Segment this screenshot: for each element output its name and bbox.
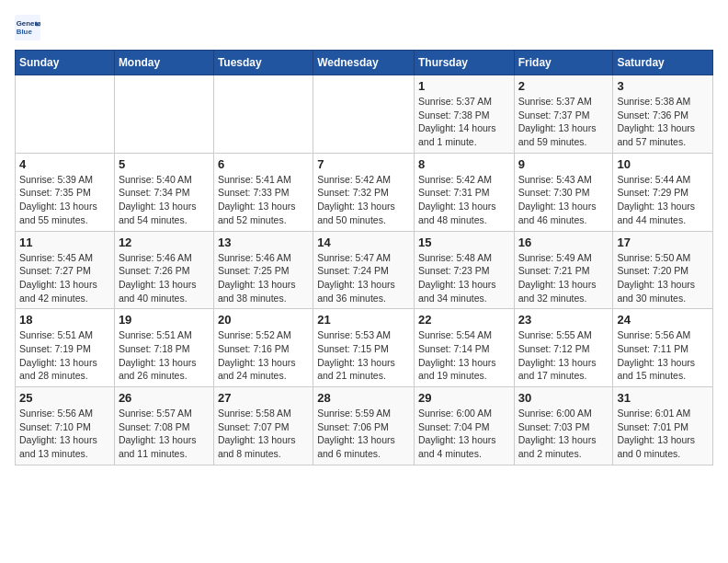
day-info: Sunrise: 5:52 AM Sunset: 7:16 PM Dayligh… bbox=[218, 328, 309, 383]
calendar-cell: 30Sunrise: 6:00 AM Sunset: 7:03 PM Dayli… bbox=[514, 387, 613, 465]
day-info: Sunrise: 5:43 AM Sunset: 7:30 PM Dayligh… bbox=[518, 173, 609, 227]
calendar-cell: 13Sunrise: 5:46 AM Sunset: 7:25 PM Dayli… bbox=[213, 231, 313, 309]
calendar-cell: 11Sunrise: 5:45 AM Sunset: 7:27 PM Dayli… bbox=[16, 231, 115, 309]
calendar-cell: 10Sunrise: 5:44 AM Sunset: 7:29 PM Dayli… bbox=[613, 153, 713, 231]
calendar-cell: 2Sunrise: 5:37 AM Sunset: 7:37 PM Daylig… bbox=[514, 75, 613, 154]
calendar-cell: 15Sunrise: 5:48 AM Sunset: 7:23 PM Dayli… bbox=[414, 231, 514, 309]
day-number: 3 bbox=[617, 79, 709, 93]
day-info: Sunrise: 5:56 AM Sunset: 7:10 PM Dayligh… bbox=[19, 407, 110, 461]
calendar-cell: 18Sunrise: 5:51 AM Sunset: 7:19 PM Dayli… bbox=[16, 309, 115, 387]
day-number: 14 bbox=[317, 236, 410, 249]
day-info: Sunrise: 5:42 AM Sunset: 7:32 PM Dayligh… bbox=[317, 173, 410, 227]
calendar-cell: 24Sunrise: 5:56 AM Sunset: 7:11 PM Dayli… bbox=[613, 309, 713, 387]
day-info: Sunrise: 5:58 AM Sunset: 7:07 PM Dayligh… bbox=[218, 407, 309, 461]
calendar-cell: 21Sunrise: 5:53 AM Sunset: 7:15 PM Dayli… bbox=[313, 309, 415, 387]
calendar-cell bbox=[213, 75, 313, 154]
day-info: Sunrise: 6:01 AM Sunset: 7:01 PM Dayligh… bbox=[617, 407, 709, 461]
calendar-cell: 27Sunrise: 5:58 AM Sunset: 7:07 PM Dayli… bbox=[213, 387, 313, 465]
header-tuesday: Tuesday bbox=[213, 51, 313, 75]
day-number: 18 bbox=[19, 313, 110, 327]
day-info: Sunrise: 5:40 AM Sunset: 7:34 PM Dayligh… bbox=[119, 173, 210, 227]
day-info: Sunrise: 5:59 AM Sunset: 7:06 PM Dayligh… bbox=[317, 407, 410, 461]
day-number: 22 bbox=[418, 313, 510, 327]
day-number: 2 bbox=[518, 79, 609, 93]
calendar-cell: 28Sunrise: 5:59 AM Sunset: 7:06 PM Dayli… bbox=[313, 387, 415, 465]
day-info: Sunrise: 5:45 AM Sunset: 7:27 PM Dayligh… bbox=[19, 251, 110, 305]
day-info: Sunrise: 5:38 AM Sunset: 7:36 PM Dayligh… bbox=[617, 95, 709, 149]
calendar-cell: 8Sunrise: 5:42 AM Sunset: 7:31 PM Daylig… bbox=[414, 153, 514, 231]
calendar-cell: 25Sunrise: 5:56 AM Sunset: 7:10 PM Dayli… bbox=[16, 387, 115, 465]
day-info: Sunrise: 5:48 AM Sunset: 7:23 PM Dayligh… bbox=[418, 251, 510, 305]
calendar-cell: 7Sunrise: 5:42 AM Sunset: 7:32 PM Daylig… bbox=[313, 153, 415, 231]
day-info: Sunrise: 5:41 AM Sunset: 7:33 PM Dayligh… bbox=[218, 173, 309, 227]
calendar-cell bbox=[16, 75, 115, 154]
day-info: Sunrise: 5:56 AM Sunset: 7:11 PM Dayligh… bbox=[617, 328, 709, 383]
day-info: Sunrise: 5:42 AM Sunset: 7:31 PM Dayligh… bbox=[418, 173, 510, 227]
calendar-cell: 4Sunrise: 5:39 AM Sunset: 7:35 PM Daylig… bbox=[16, 153, 115, 231]
day-info: Sunrise: 5:44 AM Sunset: 7:29 PM Dayligh… bbox=[617, 173, 709, 227]
header-wednesday: Wednesday bbox=[313, 51, 415, 75]
day-info: Sunrise: 5:51 AM Sunset: 7:19 PM Dayligh… bbox=[19, 328, 110, 383]
logo: General Blue bbox=[15, 15, 44, 40]
header-saturday: Saturday bbox=[613, 51, 713, 75]
calendar-cell: 1Sunrise: 5:37 AM Sunset: 7:38 PM Daylig… bbox=[414, 75, 514, 154]
header-friday: Friday bbox=[514, 51, 613, 75]
logo-icon: General Blue bbox=[15, 15, 40, 40]
day-info: Sunrise: 5:39 AM Sunset: 7:35 PM Dayligh… bbox=[19, 173, 110, 227]
calendar-cell: 29Sunrise: 6:00 AM Sunset: 7:04 PM Dayli… bbox=[414, 387, 514, 465]
day-info: Sunrise: 5:49 AM Sunset: 7:21 PM Dayligh… bbox=[518, 251, 609, 305]
day-number: 15 bbox=[418, 236, 510, 249]
day-number: 27 bbox=[218, 391, 309, 405]
calendar-cell: 3Sunrise: 5:38 AM Sunset: 7:36 PM Daylig… bbox=[613, 75, 713, 154]
day-number: 24 bbox=[617, 313, 709, 327]
day-info: Sunrise: 5:51 AM Sunset: 7:18 PM Dayligh… bbox=[119, 328, 210, 383]
calendar-cell bbox=[313, 75, 415, 154]
day-info: Sunrise: 5:47 AM Sunset: 7:24 PM Dayligh… bbox=[317, 251, 410, 305]
header-monday: Monday bbox=[114, 51, 213, 75]
day-info: Sunrise: 6:00 AM Sunset: 7:04 PM Dayligh… bbox=[418, 407, 510, 461]
day-number: 25 bbox=[19, 391, 110, 405]
day-number: 28 bbox=[317, 391, 410, 405]
day-number: 17 bbox=[617, 236, 709, 249]
day-number: 12 bbox=[119, 236, 210, 249]
calendar-cell: 6Sunrise: 5:41 AM Sunset: 7:33 PM Daylig… bbox=[213, 153, 313, 231]
calendar-cell: 16Sunrise: 5:49 AM Sunset: 7:21 PM Dayli… bbox=[514, 231, 613, 309]
day-number: 23 bbox=[518, 313, 609, 327]
header-sunday: Sunday bbox=[16, 51, 115, 75]
day-number: 10 bbox=[617, 157, 709, 171]
calendar-cell: 9Sunrise: 5:43 AM Sunset: 7:30 PM Daylig… bbox=[514, 153, 613, 231]
day-info: Sunrise: 5:46 AM Sunset: 7:26 PM Dayligh… bbox=[119, 251, 210, 305]
day-number: 9 bbox=[518, 157, 609, 171]
calendar-cell: 26Sunrise: 5:57 AM Sunset: 7:08 PM Dayli… bbox=[114, 387, 213, 465]
day-number: 20 bbox=[218, 313, 309, 327]
day-number: 31 bbox=[617, 391, 709, 405]
day-number: 11 bbox=[19, 236, 110, 249]
calendar-cell: 12Sunrise: 5:46 AM Sunset: 7:26 PM Dayli… bbox=[114, 231, 213, 309]
calendar-cell: 23Sunrise: 5:55 AM Sunset: 7:12 PM Dayli… bbox=[514, 309, 613, 387]
day-number: 4 bbox=[19, 157, 110, 171]
svg-text:Blue: Blue bbox=[17, 28, 33, 36]
day-info: Sunrise: 5:50 AM Sunset: 7:20 PM Dayligh… bbox=[617, 251, 709, 305]
header-thursday: Thursday bbox=[414, 51, 514, 75]
day-info: Sunrise: 5:53 AM Sunset: 7:15 PM Dayligh… bbox=[317, 328, 410, 383]
day-number: 8 bbox=[418, 157, 510, 171]
day-number: 1 bbox=[418, 79, 510, 93]
day-info: Sunrise: 6:00 AM Sunset: 7:03 PM Dayligh… bbox=[518, 407, 609, 461]
day-info: Sunrise: 5:57 AM Sunset: 7:08 PM Dayligh… bbox=[119, 407, 210, 461]
day-number: 6 bbox=[218, 157, 309, 171]
day-number: 7 bbox=[317, 157, 410, 171]
day-number: 30 bbox=[518, 391, 609, 405]
day-number: 29 bbox=[418, 391, 510, 405]
day-number: 26 bbox=[119, 391, 210, 405]
calendar-cell: 22Sunrise: 5:54 AM Sunset: 7:14 PM Dayli… bbox=[414, 309, 514, 387]
day-info: Sunrise: 5:37 AM Sunset: 7:38 PM Dayligh… bbox=[418, 95, 510, 149]
day-number: 5 bbox=[119, 157, 210, 171]
day-info: Sunrise: 5:55 AM Sunset: 7:12 PM Dayligh… bbox=[518, 328, 609, 383]
calendar-cell bbox=[114, 75, 213, 154]
calendar-cell: 31Sunrise: 6:01 AM Sunset: 7:01 PM Dayli… bbox=[613, 387, 713, 465]
day-number: 16 bbox=[518, 236, 609, 249]
day-number: 13 bbox=[218, 236, 309, 249]
calendar-table: SundayMondayTuesdayWednesdayThursdayFrid… bbox=[15, 50, 713, 465]
day-number: 19 bbox=[119, 313, 210, 327]
calendar-cell: 17Sunrise: 5:50 AM Sunset: 7:20 PM Dayli… bbox=[613, 231, 713, 309]
